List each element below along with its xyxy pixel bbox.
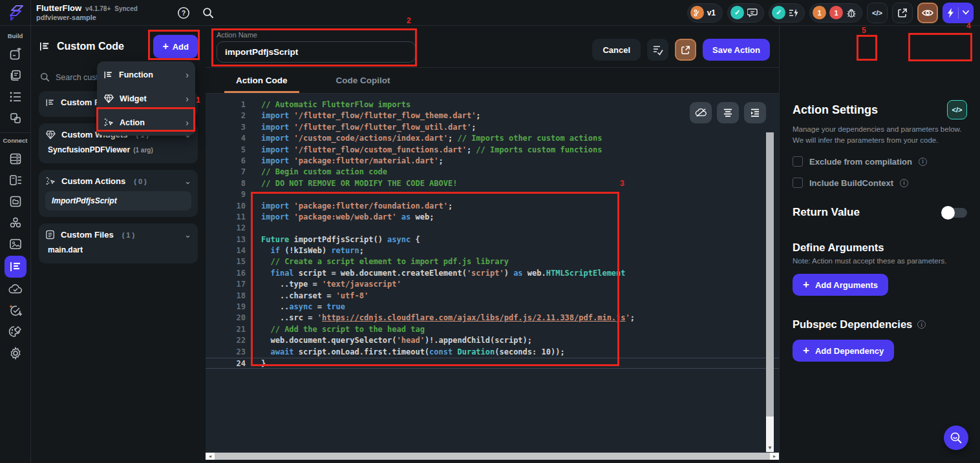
rail-database-button[interactable] bbox=[5, 149, 27, 169]
help-button[interactable]: ? bbox=[175, 5, 192, 21]
code-line-3[interactable]: 3import '/flutter_flow/flutter_flow_util… bbox=[206, 122, 779, 133]
run-button[interactable] bbox=[943, 3, 974, 23]
info-icon[interactable]: i bbox=[919, 158, 927, 166]
code-line-21[interactable]: 21 // Add the script to the head tag bbox=[206, 324, 779, 335]
chevron-down-icon bbox=[963, 10, 969, 15]
code-line-16[interactable]: 16 final script = web.document.createEle… bbox=[206, 268, 779, 279]
folder-icon bbox=[9, 195, 22, 208]
settings-description-2: We will infer the parameters from your c… bbox=[793, 135, 967, 146]
code-line-13[interactable]: 13Future importPdfjsScript() async { bbox=[206, 234, 779, 245]
menu-item-function[interactable]: Function › bbox=[97, 63, 195, 87]
code-line-11[interactable]: 11import 'package:web/web.dart' as web; bbox=[206, 212, 779, 223]
cancel-button[interactable]: Cancel bbox=[592, 39, 641, 61]
return-value-toggle[interactable] bbox=[943, 208, 967, 218]
code-view-toggle-button[interactable]: </> bbox=[947, 100, 967, 119]
list-item-importpdfjsscript[interactable]: ImportPdfjsScript bbox=[45, 191, 191, 211]
tab-action-code[interactable]: Action Code bbox=[229, 68, 294, 93]
rail-states-button[interactable] bbox=[5, 108, 27, 128]
custom-actions-header[interactable]: Custom Actions ( 0 ) ⌄ bbox=[45, 176, 191, 186]
issues-pill[interactable]: 1 1 bbox=[809, 3, 862, 23]
code-line-8[interactable]: 8// DO NOT REMOVE OR MODIFY THE CODE ABO… bbox=[206, 178, 779, 189]
comments-pill[interactable]: ✓ bbox=[727, 3, 764, 23]
exclude-compilation-checkbox[interactable] bbox=[793, 156, 803, 167]
rail-data-types-button[interactable] bbox=[5, 170, 27, 190]
rail-settings-button[interactable] bbox=[5, 344, 27, 363]
horizontal-scrollbar-thumb[interactable] bbox=[215, 453, 770, 460]
code-line-23[interactable]: 23 await script.onLoad.first.timeout(con… bbox=[206, 347, 779, 358]
flutterflow-app: FlutterFlow v4.1.78+ Synced pdfviewer-sa… bbox=[0, 0, 980, 463]
scroll-left-arrow[interactable]: ◂ bbox=[206, 453, 215, 459]
vertical-scrollbar[interactable]: ▼ bbox=[766, 132, 774, 452]
global-search-button[interactable] bbox=[200, 5, 217, 21]
code-line-7[interactable]: 7// Begin custom action code bbox=[206, 167, 779, 178]
support-search-button[interactable] bbox=[944, 426, 968, 450]
code-line-5[interactable]: 5import '/flutter_flow/custom_functions.… bbox=[206, 145, 779, 156]
tab-code-copilot[interactable]: Code Copilot bbox=[330, 68, 397, 93]
scroll-right-arrow[interactable]: ▸ bbox=[770, 453, 779, 459]
code-line-22[interactable]: 22 web.document.querySelector('head')!.a… bbox=[206, 335, 779, 346]
menu-item-widget[interactable]: Widget › bbox=[97, 87, 195, 110]
line-content: ..type = 'text/javascript' bbox=[261, 279, 779, 290]
rail-media-button[interactable] bbox=[5, 234, 27, 254]
line-content: await script.onLoad.first.timeout(const … bbox=[261, 347, 779, 358]
rail-widget-tree-button[interactable] bbox=[5, 87, 27, 107]
chevron-down-icon[interactable]: ⌄ bbox=[184, 230, 191, 240]
rail-custom-code-button[interactable] bbox=[5, 256, 27, 278]
rail-components-button[interactable] bbox=[5, 66, 27, 85]
open-editor-external-button[interactable] bbox=[675, 39, 696, 61]
line-content: import '/flutter_flow/flutter_flow_util.… bbox=[261, 122, 779, 133]
code-line-6[interactable]: 6import 'package:flutter/material.dart'; bbox=[206, 156, 779, 167]
code-line-9[interactable]: 9 bbox=[206, 189, 779, 200]
code-line-20[interactable]: 20 ..src = 'https://cdnjs.cloudflare.com… bbox=[206, 313, 779, 324]
line-content: // Create a script element to import pdf… bbox=[261, 256, 779, 267]
code-line-18[interactable]: 18 ..charset = 'utf-8' bbox=[206, 291, 779, 302]
offline-mode-button[interactable] bbox=[690, 102, 712, 123]
action-name-input[interactable] bbox=[217, 41, 416, 63]
preview-button[interactable] bbox=[917, 3, 938, 23]
vertical-scrollbar-thumb[interactable] bbox=[766, 132, 774, 417]
actions-status-pill[interactable]: ✓ bbox=[769, 3, 805, 23]
version-pill[interactable]: v1 bbox=[687, 3, 723, 23]
info-icon[interactable]: i bbox=[917, 320, 926, 329]
chevron-down-icon[interactable]: ⌄ bbox=[184, 176, 191, 186]
code-line-15[interactable]: 15 // Create a script element to import … bbox=[206, 256, 779, 267]
rail-storage-button[interactable] bbox=[5, 192, 27, 211]
code-line-24[interactable]: 24} bbox=[206, 358, 779, 369]
menu-item-action[interactable]: Action › bbox=[97, 110, 195, 134]
view-code-button[interactable]: </> bbox=[867, 3, 888, 23]
list-item-syncfusion-pdfviewer[interactable]: SyncfusionPDFViewer(1 arg) bbox=[45, 139, 191, 157]
add-arguments-button[interactable]: + Add Arguments bbox=[793, 274, 888, 296]
indent-button[interactable] bbox=[744, 102, 766, 123]
custom-functions-label: Custom F bbox=[61, 98, 100, 107]
save-action-button[interactable]: Save Action bbox=[703, 39, 770, 61]
code-line-19[interactable]: 19 ..async = true bbox=[206, 302, 779, 313]
code-line-4[interactable]: 4import '/custom_code/actions/index.dart… bbox=[206, 133, 779, 144]
list-item-main-dart[interactable]: main.dart bbox=[45, 240, 191, 257]
scroll-down-arrow[interactable]: ▼ bbox=[766, 446, 774, 451]
rail-pages-button[interactable] bbox=[5, 45, 27, 64]
rail-cloud-functions-button[interactable] bbox=[5, 280, 27, 299]
add-dropdown-menu: Function › Widget › Action › bbox=[97, 61, 195, 136]
open-in-new-button[interactable] bbox=[892, 3, 913, 23]
format-code-button[interactable] bbox=[647, 39, 668, 61]
custom-files-header[interactable]: Custom Files ( 1 ) ⌄ bbox=[45, 230, 191, 240]
add-dependency-button[interactable]: + Add Dependency bbox=[793, 340, 894, 362]
rail-theme-button[interactable] bbox=[5, 322, 27, 342]
code-line-17[interactable]: 17 ..type = 'text/javascript' bbox=[206, 279, 779, 290]
flutterflow-logo[interactable] bbox=[0, 0, 31, 26]
overlapping-squares-icon bbox=[9, 112, 22, 125]
rail-integrations-button[interactable] bbox=[5, 213, 27, 232]
rail-tests-button[interactable] bbox=[5, 301, 27, 320]
include-buildcontext-checkbox[interactable] bbox=[793, 178, 803, 188]
code-editor[interactable]: 1// Automatic FlutterFlow imports2import… bbox=[206, 94, 779, 452]
code-line-12[interactable]: 12 bbox=[206, 223, 779, 234]
code-line-14[interactable]: 14 if (!kIsWeb) return; bbox=[206, 245, 779, 256]
add-button[interactable]: + Add bbox=[153, 35, 198, 58]
gear-icon bbox=[9, 347, 22, 360]
horizontal-scrollbar[interactable]: ◂ ▸ bbox=[206, 452, 779, 460]
editor-tabs: Action Code Code Copilot bbox=[206, 68, 779, 94]
align-center-button[interactable] bbox=[717, 102, 739, 123]
eye-icon bbox=[922, 8, 933, 17]
info-icon[interactable]: i bbox=[900, 179, 908, 187]
code-line-10[interactable]: 10import 'package:flutter/foundation.dar… bbox=[206, 201, 779, 212]
